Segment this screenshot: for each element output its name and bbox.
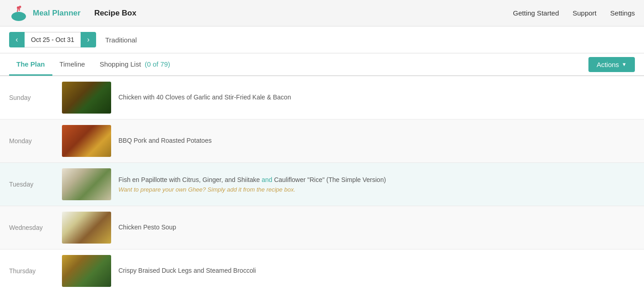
meal-text: Fish en Papillotte with Citrus, Ginger, … <box>118 176 637 193</box>
meal-text: Crispy Braised Duck Legs and Steamed Bro… <box>118 266 637 275</box>
table-row: Wednesday Chicken Pesto Soup <box>0 206 644 249</box>
day-monday: Monday <box>0 120 55 162</box>
meal-image-thursday <box>62 255 111 287</box>
table-row: Monday BBQ Pork and Roasted Potatoes <box>0 120 644 163</box>
logo-icon <box>9 4 28 23</box>
meal-title: Fish en Papillotte with Citrus, Ginger, … <box>118 176 637 185</box>
shopping-count: (0 of 79) <box>145 60 170 68</box>
diet-label: Traditional <box>105 36 137 44</box>
meal-content: Chicken with 40 Cloves of Garlic and Sti… <box>55 76 644 119</box>
tab-shopping-list[interactable]: Shopping List (0 of 79) <box>92 54 178 76</box>
prev-week-button[interactable]: ‹ <box>9 32 25 47</box>
tab-timeline[interactable]: Timeline <box>52 54 92 76</box>
meal-image-tuesday <box>62 168 111 200</box>
meal-image-wednesday <box>62 212 111 244</box>
meal-text: Chicken Pesto Soup <box>118 223 637 232</box>
title-part1: Fish en Papillotte with Citrus, Ginger, … <box>118 176 260 183</box>
week-bar: ‹ Oct 25 - Oct 31 › Traditional <box>0 26 644 53</box>
logo-area: Meal Planner Recipe Box <box>9 4 136 23</box>
meal-content: Fish en Papillotte with Citrus, Ginger, … <box>55 163 644 206</box>
header-right: Getting Started Support Settings <box>513 9 635 17</box>
nav-meal-planner[interactable]: Meal Planner <box>33 9 81 18</box>
meal-title: Chicken with 40 Cloves of Garlic and Sti… <box>118 93 637 102</box>
meal-image-sunday <box>62 82 111 114</box>
getting-started-link[interactable]: Getting Started <box>513 9 559 17</box>
meal-title: Chicken Pesto Soup <box>118 223 637 232</box>
meal-image-monday <box>62 125 111 157</box>
nav-recipe-box[interactable]: Recipe Box <box>94 9 137 18</box>
table-row: Tuesday Fish en Papillotte with Citrus, … <box>0 163 644 206</box>
meal-title: Crispy Braised Duck Legs and Steamed Bro… <box>118 266 637 275</box>
actions-button[interactable]: Actions ▼ <box>588 57 635 72</box>
day-thursday: Thursday <box>0 249 55 291</box>
day-wednesday: Wednesday <box>0 206 55 249</box>
day-sunday: Sunday <box>0 76 55 119</box>
actions-label: Actions <box>597 61 619 68</box>
meal-text: BBQ Pork and Roasted Potatoes <box>118 136 637 146</box>
header: Meal Planner Recipe Box Getting Started … <box>0 0 644 26</box>
support-link[interactable]: Support <box>572 9 597 17</box>
next-week-button[interactable]: › <box>81 32 96 47</box>
title-part2: Cauliflower "Rice" (The Simple Version) <box>274 176 386 183</box>
meal-note: Want to prepare your own Ghee? Simply ad… <box>118 186 637 193</box>
week-label: Oct 25 - Oct 31 <box>25 32 81 47</box>
shopping-list-label: Shopping List <box>100 60 141 68</box>
plan-table: Sunday Chicken with 40 Cloves of Garlic … <box>0 76 644 291</box>
actions-caret-icon: ▼ <box>622 62 627 67</box>
svg-point-2 <box>19 5 21 8</box>
table-row: Sunday Chicken with 40 Cloves of Garlic … <box>0 76 644 120</box>
tab-the-plan[interactable]: The Plan <box>9 54 52 76</box>
tabs-bar: The Plan Timeline Shopping List (0 of 79… <box>0 53 644 76</box>
meal-text: Chicken with 40 Cloves of Garlic and Sti… <box>118 93 637 102</box>
title-link: and <box>261 176 274 183</box>
meal-content: Crispy Braised Duck Legs and Steamed Bro… <box>55 249 644 291</box>
table-row: Thursday Crispy Braised Duck Legs and St… <box>0 249 644 291</box>
meal-title: BBQ Pork and Roasted Potatoes <box>118 136 637 146</box>
meal-content: Chicken Pesto Soup <box>55 206 644 249</box>
day-tuesday: Tuesday <box>0 163 55 206</box>
settings-link[interactable]: Settings <box>610 9 635 17</box>
meal-content: BBQ Pork and Roasted Potatoes <box>55 120 644 162</box>
